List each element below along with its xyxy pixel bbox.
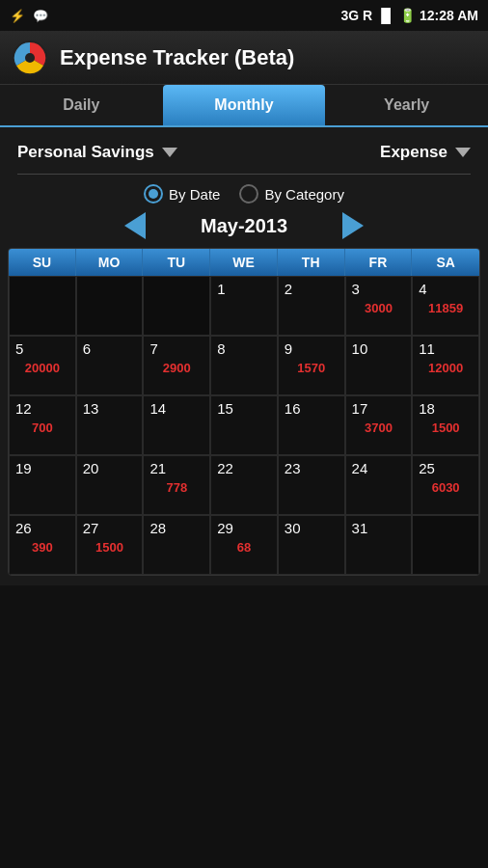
cell-day-number: 18 xyxy=(415,400,435,417)
cell-day-number: 29 xyxy=(213,520,233,536)
cell-day-number: 30 xyxy=(281,520,301,536)
cell-day-number: 19 xyxy=(12,460,32,476)
cell-day-number: 4 xyxy=(415,281,426,297)
calendar-cell[interactable]: 72900 xyxy=(143,336,210,395)
calendar-cell[interactable]: 31 xyxy=(345,515,413,575)
header-sa: SA xyxy=(412,249,479,276)
calendar-cell[interactable]: 26390 xyxy=(9,515,76,575)
radio-by-date-circle xyxy=(144,184,163,203)
calendar-cell xyxy=(412,515,479,575)
calendar-cell[interactable]: 15 xyxy=(210,395,278,455)
calendar-cell[interactable]: 30 xyxy=(278,515,345,575)
calendar-cell[interactable]: 19 xyxy=(9,455,76,515)
tab-monthly[interactable]: Monthly xyxy=(163,85,326,125)
cell-amount: 1500 xyxy=(95,540,123,555)
calendar-cell[interactable]: 6 xyxy=(76,336,144,395)
time-display: 12:28 AM xyxy=(420,8,478,23)
calendar-cell[interactable]: 520000 xyxy=(9,336,76,395)
calendar-cell[interactable]: 2 xyxy=(278,276,345,336)
cell-day-number: 7 xyxy=(146,340,157,357)
cell-day-number: 24 xyxy=(348,460,368,476)
cell-amount: 3700 xyxy=(365,420,393,435)
calendar-cell[interactable]: 33000 xyxy=(345,276,413,336)
app-title: Expense Tracker (Beta) xyxy=(60,45,294,70)
calendar-cell[interactable]: 2968 xyxy=(210,515,278,575)
cell-day-number: 3 xyxy=(348,281,360,297)
radio-by-date-label: By Date xyxy=(169,186,220,203)
calendar-cell[interactable]: 16 xyxy=(278,395,345,455)
cell-day-number: 11 xyxy=(415,340,435,357)
radio-by-category-circle xyxy=(239,184,258,203)
main-content: Personal Savings Expense By Date By Cate… xyxy=(0,127,488,585)
status-left-icons: ⚡ 💬 xyxy=(10,9,48,23)
header-fr: FR xyxy=(345,249,413,276)
app-bar: Expense Tracker (Beta) xyxy=(0,31,488,85)
calendar-header: SU MO TU WE TH FR SA xyxy=(9,249,479,276)
cell-amount: 12000 xyxy=(428,361,463,375)
usb-icon: ⚡ xyxy=(10,9,25,23)
calendar-cell[interactable]: 28 xyxy=(143,515,210,575)
calendar-cell[interactable]: 14 xyxy=(143,395,210,455)
calendar-cell xyxy=(9,276,76,336)
cell-day-number: 28 xyxy=(146,520,166,536)
calendar-cell[interactable]: 10 xyxy=(345,336,413,395)
cell-amount: 68 xyxy=(237,540,251,555)
calendar-cell[interactable]: 181500 xyxy=(412,395,479,455)
calendar-cell[interactable]: 256030 xyxy=(412,455,479,515)
calendar-cell[interactable]: 13 xyxy=(76,395,144,455)
radio-row: By Date By Category xyxy=(8,184,480,203)
calendar-cell[interactable]: 12700 xyxy=(9,395,76,455)
calendar-cell[interactable]: 22 xyxy=(210,455,278,515)
calendar-cell xyxy=(143,276,210,336)
cell-amount: 2900 xyxy=(163,361,191,375)
cell-day-number: 9 xyxy=(281,340,292,357)
cell-day-number: 22 xyxy=(213,460,233,476)
radio-by-date[interactable]: By Date xyxy=(144,184,220,203)
cell-day-number: 12 xyxy=(12,400,32,417)
calendar-cell[interactable]: 91570 xyxy=(278,336,345,395)
tab-yearly[interactable]: Yearly xyxy=(325,85,488,125)
cell-amount: 6030 xyxy=(432,480,460,495)
cell-day-number: 26 xyxy=(12,520,32,536)
calendar-cell[interactable]: 21778 xyxy=(143,455,210,515)
status-bar: ⚡ 💬 3G R ▐▌ 🔋 12:28 AM xyxy=(0,0,488,31)
cell-amount: 778 xyxy=(166,480,187,495)
cell-day-number: 17 xyxy=(348,400,368,417)
radio-by-category[interactable]: By Category xyxy=(239,184,344,203)
tab-bar: Daily Monthly Yearly xyxy=(0,85,488,127)
type-label: Expense xyxy=(380,143,447,162)
separator-line xyxy=(17,174,471,175)
calendar-cell[interactable]: 23 xyxy=(278,455,345,515)
calendar-body: 1233000411859520000672900891570101112000… xyxy=(9,276,479,575)
account-dropdown-arrow xyxy=(162,148,177,157)
cell-day-number: 31 xyxy=(348,520,368,536)
calendar-cell[interactable]: 1 xyxy=(210,276,278,336)
calendar-cell[interactable]: 271500 xyxy=(76,515,144,575)
status-right-info: 3G R ▐▌ 🔋 12:28 AM xyxy=(341,8,478,23)
next-month-button[interactable] xyxy=(336,211,370,240)
type-selector[interactable]: Expense xyxy=(380,143,471,162)
selectors-row: Personal Savings Expense xyxy=(8,137,480,168)
cell-amount: 1570 xyxy=(297,361,325,375)
cell-amount: 700 xyxy=(32,420,53,435)
right-arrow-icon xyxy=(342,212,364,239)
calendar-cell[interactable]: 173700 xyxy=(345,395,413,455)
cell-day-number: 27 xyxy=(79,520,99,536)
header-mo: MO xyxy=(76,249,144,276)
cell-amount: 3000 xyxy=(365,301,393,315)
calendar-cell[interactable]: 20 xyxy=(76,455,144,515)
cell-day-number: 13 xyxy=(79,400,99,417)
account-selector[interactable]: Personal Savings xyxy=(17,143,177,162)
cell-day-number: 6 xyxy=(79,340,91,357)
calendar-cell[interactable]: 24 xyxy=(345,455,413,515)
prev-month-button[interactable] xyxy=(118,211,152,240)
header-tu: TU xyxy=(143,249,210,276)
radio-by-category-label: By Category xyxy=(264,186,344,203)
cell-amount: 390 xyxy=(32,540,53,555)
tab-daily[interactable]: Daily xyxy=(0,85,163,125)
calendar-cell[interactable]: 411859 xyxy=(412,276,479,336)
calendar: SU MO TU WE TH FR SA 1233000411859520000… xyxy=(8,248,480,576)
cell-amount: 20000 xyxy=(25,361,60,375)
calendar-cell[interactable]: 8 xyxy=(210,336,278,395)
calendar-cell[interactable]: 1112000 xyxy=(412,336,479,395)
